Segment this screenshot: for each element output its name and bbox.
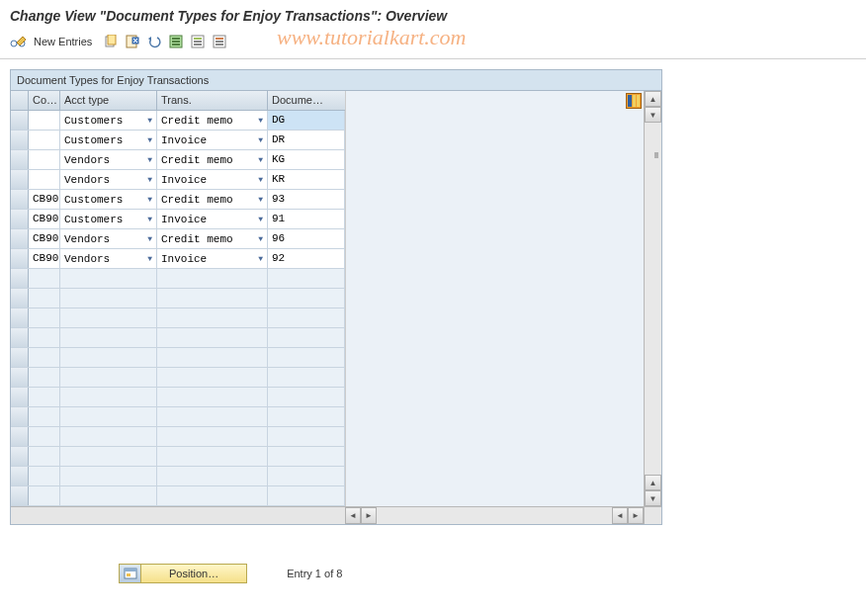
cell-trans[interactable] (157, 308, 268, 327)
horizontal-scrollbar[interactable]: ◄ ► ◄ ► (11, 506, 661, 524)
row-selector[interactable] (11, 348, 29, 367)
scroll-right-icon[interactable]: ► (628, 507, 644, 524)
table-row[interactable]: Customers▼Credit memo▼DG (11, 111, 345, 131)
row-selector[interactable] (11, 427, 29, 446)
row-selector[interactable] (11, 447, 29, 466)
scroll-up-icon[interactable]: ▲ (645, 91, 661, 107)
table-row-empty[interactable] (11, 308, 345, 328)
cell-co[interactable]: CB90 (29, 229, 60, 248)
cell-document[interactable] (268, 427, 345, 446)
scroll-left-icon[interactable]: ◄ (345, 507, 361, 524)
cell-trans[interactable] (157, 427, 268, 446)
new-entries-button[interactable]: New Entries (32, 36, 98, 47)
cell-trans[interactable] (157, 269, 268, 288)
table-row-empty[interactable] (11, 269, 345, 289)
cell-acct-type[interactable] (60, 407, 157, 426)
cell-document[interactable] (268, 486, 345, 505)
cell-document[interactable]: 91 (268, 210, 345, 228)
cell-acct-type[interactable]: Customers▼ (60, 131, 157, 149)
scroll-down-small-icon[interactable]: ▼ (645, 107, 661, 123)
cell-acct-type[interactable]: Customers▼ (60, 190, 157, 209)
column-header-document[interactable]: Docume… (268, 91, 345, 110)
scroll-down-icon[interactable]: ▼ (645, 490, 661, 506)
cell-document[interactable]: DG (268, 111, 345, 130)
cell-trans[interactable] (157, 368, 268, 387)
cell-co[interactable]: CB90 (29, 210, 60, 228)
table-row-empty[interactable] (11, 388, 345, 407)
cell-co[interactable] (29, 388, 60, 406)
cell-document[interactable] (268, 368, 345, 387)
cell-trans[interactable]: Invoice▼ (157, 131, 268, 149)
select-block-icon[interactable] (189, 33, 207, 50)
row-selector[interactable] (11, 368, 29, 387)
cell-trans[interactable] (157, 348, 268, 367)
cell-co[interactable] (29, 486, 60, 505)
row-selector[interactable] (11, 210, 29, 228)
cell-co[interactable] (29, 407, 60, 426)
cell-document[interactable]: 96 (268, 229, 345, 248)
table-row-empty[interactable] (11, 427, 345, 447)
cell-document[interactable] (268, 388, 345, 406)
cell-acct-type[interactable] (60, 447, 157, 466)
cell-acct-type[interactable] (60, 427, 157, 446)
cell-acct-type[interactable]: Vendors▼ (60, 249, 157, 268)
row-selector[interactable] (11, 269, 29, 288)
cell-trans[interactable] (157, 486, 268, 505)
cell-trans[interactable]: Credit memo▼ (157, 150, 268, 169)
cell-document[interactable] (268, 289, 345, 308)
cell-acct-type[interactable] (60, 467, 157, 485)
hscroll-track[interactable] (377, 507, 612, 524)
cell-acct-type[interactable]: Customers▼ (60, 210, 157, 228)
table-row-empty[interactable] (11, 328, 345, 348)
undo-icon[interactable] (145, 33, 163, 50)
cell-co[interactable] (29, 328, 60, 347)
row-selector[interactable] (11, 407, 29, 426)
table-row-empty[interactable] (11, 467, 345, 486)
table-row[interactable]: Vendors▼Invoice▼KR (11, 170, 345, 190)
scrollbar-track[interactable] (645, 123, 661, 475)
cell-co[interactable] (29, 447, 60, 466)
cell-co[interactable] (29, 289, 60, 308)
glasses-pencil-icon[interactable] (10, 33, 28, 50)
scroll-left-end-icon[interactable]: ◄ (612, 507, 628, 524)
cell-trans[interactable] (157, 388, 268, 406)
column-selector[interactable] (11, 91, 29, 110)
delete-icon[interactable] (124, 33, 141, 50)
cell-co[interactable] (29, 170, 60, 189)
column-header-co[interactable]: Co… (29, 91, 60, 110)
table-row[interactable]: CB90Customers▼Invoice▼91 (11, 210, 345, 229)
row-selector[interactable] (11, 170, 29, 189)
cell-acct-type[interactable] (60, 486, 157, 505)
cell-trans[interactable]: Credit memo▼ (157, 229, 268, 248)
cell-acct-type[interactable] (60, 328, 157, 347)
cell-document[interactable] (268, 328, 345, 347)
cell-document[interactable]: 92 (268, 249, 345, 268)
row-selector[interactable] (11, 150, 29, 169)
row-selector[interactable] (11, 249, 29, 268)
scroll-up-bottom-icon[interactable]: ▲ (645, 475, 661, 490)
column-header-trans[interactable]: Trans. (157, 91, 268, 110)
column-header-acct-type[interactable]: Acct type (60, 91, 157, 110)
table-row-empty[interactable] (11, 289, 345, 308)
cell-co[interactable] (29, 111, 60, 130)
table-row-empty[interactable] (11, 447, 345, 467)
row-selector[interactable] (11, 467, 29, 485)
cell-trans[interactable] (157, 467, 268, 485)
cell-acct-type[interactable] (60, 269, 157, 288)
cell-co[interactable] (29, 348, 60, 367)
cell-acct-type[interactable]: Customers▼ (60, 111, 157, 130)
cell-co[interactable] (29, 131, 60, 149)
cell-acct-type[interactable]: Vendors▼ (60, 150, 157, 169)
cell-co[interactable] (29, 150, 60, 169)
cell-co[interactable]: CB90 (29, 190, 60, 209)
row-selector[interactable] (11, 229, 29, 248)
cell-trans[interactable] (157, 328, 268, 347)
row-selector[interactable] (11, 190, 29, 209)
cell-document[interactable] (268, 447, 345, 466)
cell-co[interactable] (29, 308, 60, 327)
cell-trans[interactable] (157, 289, 268, 308)
cell-acct-type[interactable] (60, 308, 157, 327)
copy-icon[interactable] (102, 33, 120, 50)
cell-acct-type[interactable]: Vendors▼ (60, 229, 157, 248)
cell-document[interactable]: KR (268, 170, 345, 189)
